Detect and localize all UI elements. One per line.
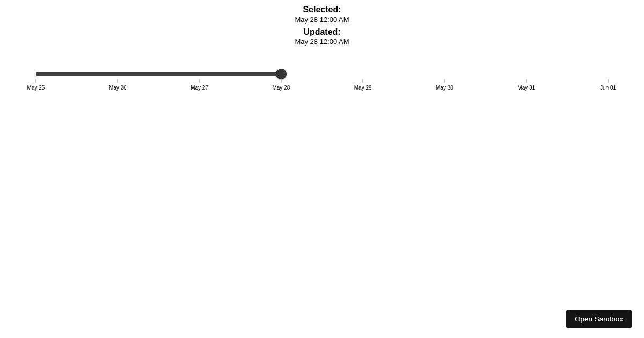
slider-tick-label: May 30 [436,85,453,91]
slider-tick [199,79,200,83]
selected-value: May 28 12:00 AM [0,16,644,25]
slider-tick-label: Jun 01 [600,85,616,91]
slider-tick [36,79,36,83]
slider-tick-label: May 31 [517,85,535,91]
updated-value: May 28 12:00 AM [0,38,644,47]
slider-tick-label: May 26 [109,85,127,91]
updated-label: Updated: [0,27,644,38]
header-info: Selected: May 28 12:00 AM Updated: May 2… [0,0,644,47]
slider-ticks [36,79,608,84]
slider-tick-labels: May 25May 26May 27May 28May 29May 30May … [36,85,608,93]
slider-track [36,72,283,76]
slider-tick-label: May 29 [354,85,372,91]
open-sandbox-button[interactable]: Open Sandbox [566,310,632,328]
slider-tick-label: May 25 [27,85,45,91]
slider-tick [608,79,609,83]
slider-tick [118,79,118,83]
slider-tick [281,79,281,83]
slider-tick [363,79,363,83]
selected-label: Selected: [0,4,644,16]
slider-tick-label: May 27 [191,85,208,91]
slider-thumb[interactable] [276,69,287,79]
slider-tick [526,79,526,83]
slider-tick-label: May 28 [272,85,290,91]
slider-tick [444,79,445,83]
